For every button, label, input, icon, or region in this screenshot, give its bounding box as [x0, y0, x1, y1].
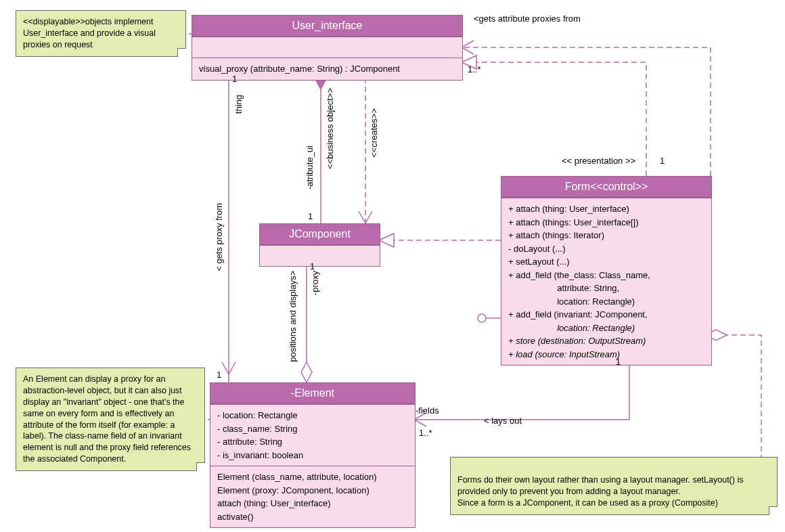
- class-element: -Element - location: Rectangle - class_n…: [210, 382, 416, 528]
- label-multiplicity: 1: [660, 156, 665, 166]
- operation: Element (proxy: JComponent, location): [217, 484, 408, 497]
- attribute: - location: Rectangle: [217, 409, 408, 422]
- label-lays-out: < lays out: [484, 416, 522, 426]
- operation: attribute: String,: [508, 282, 704, 295]
- class-jcomponent: JComponent: [259, 223, 380, 267]
- note-text: An Element can display a proxy for an ab…: [23, 374, 191, 464]
- class-attributes: - location: Rectangle - class_name: Stri…: [210, 404, 415, 466]
- label-creates: <<creates>>: [369, 108, 379, 158]
- class-name: Form<<control>>: [501, 177, 711, 198]
- operation: activate(): [217, 510, 408, 524]
- operation: + store (destination: OutputStream): [508, 334, 704, 348]
- operation: location: Rectangle): [508, 322, 704, 335]
- attribute: - attribute: String: [217, 435, 408, 449]
- note-text: Forms do their own layout rather than us…: [457, 475, 743, 508]
- svg-marker-1: [379, 234, 394, 247]
- class-form: Form<<control>> + attach (thing: User_in…: [501, 176, 712, 365]
- svg-marker-5: [301, 362, 312, 382]
- attribute: - class_name: String: [217, 422, 408, 436]
- operation: visual_proxy (attribute_name: String) : …: [199, 62, 455, 76]
- label-gets-proxy-from: < gets proxy from: [214, 203, 224, 271]
- class-attributes: [192, 37, 462, 58]
- label-multiplicity: 1..*: [419, 428, 432, 438]
- attribute: - is_invariant: boolean: [217, 449, 408, 462]
- label-presentation: << presentation >>: [562, 156, 635, 166]
- operation: + load (source: InputStream): [508, 348, 704, 361]
- operation: - doLayout (...): [508, 242, 704, 256]
- note-displayable: <<displayable>>objects implement User_in…: [16, 10, 186, 57]
- class-operations: Element (class_name, attribute, location…: [210, 466, 415, 527]
- note-form: Forms do their own layout rather than us…: [450, 457, 778, 515]
- label-thing: thing: [233, 95, 244, 114]
- operation: + setLayout (...): [508, 255, 704, 269]
- label-multiplicity: 1: [232, 74, 237, 84]
- label-gets-attr-proxies: <gets attribute proxies from: [474, 14, 609, 24]
- label-proxy: -proxy: [310, 271, 320, 295]
- operation: + add_field (the_class: Class_name,: [508, 269, 704, 282]
- note-text: <<displayable>>objects implement User_in…: [23, 17, 156, 49]
- label-multiplicity: 1: [308, 211, 313, 221]
- operation: Element (class_name, attribute, location…: [217, 470, 408, 484]
- svg-point-4: [478, 314, 486, 322]
- label-multiplicity: 1: [616, 357, 621, 367]
- label-multiplicity: 1: [217, 370, 221, 380]
- note-element: An Element can display a proxy for an ab…: [16, 368, 205, 471]
- class-name: User_interface: [192, 16, 462, 37]
- label-positions-displays: positions and displays>: [288, 271, 298, 362]
- class-attributes: [260, 245, 380, 266]
- class-operations: + attach (thing: User_interface) + attac…: [501, 198, 711, 365]
- label-atribute-ui: -atribute_ui: [305, 146, 315, 190]
- label-multiplicity: 1..*: [468, 64, 481, 74]
- class-name: -Element: [210, 383, 415, 404]
- operation: + attach (things: User_interface[]): [508, 216, 704, 229]
- class-user-interface: User_interface visual_proxy (attribute_n…: [192, 15, 463, 81]
- operation: + attach (things: Iterator): [508, 229, 704, 242]
- operation: location: Rectangle): [508, 295, 704, 309]
- label-business-object: <<business object>>: [325, 88, 335, 169]
- operation: + add_field (invariant: JComponent,: [508, 308, 704, 322]
- label-multiplicity: 1: [310, 261, 315, 271]
- operation: attach (thing: User_interface): [217, 497, 408, 510]
- label-fields: -fields: [416, 405, 439, 416]
- operation: + attach (thing: User_interface): [508, 202, 704, 216]
- class-name: JComponent: [260, 224, 380, 245]
